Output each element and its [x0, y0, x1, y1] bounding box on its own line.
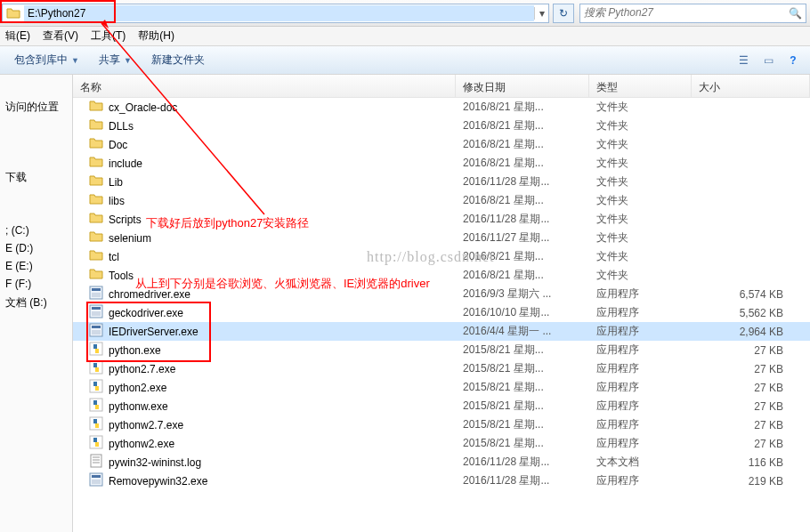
file-row[interactable]: python2.exe2015/8/21 星期...应用程序27 KB	[73, 378, 810, 397]
file-row[interactable]: pythonw2.7.exe2015/8/21 星期...应用程序27 KB	[73, 415, 810, 434]
column-date[interactable]: 修改日期	[456, 75, 589, 97]
file-name: DLLs	[109, 120, 134, 133]
py-icon	[89, 398, 103, 415]
toolbar-share[interactable]: 共享▼	[92, 49, 139, 71]
py-icon	[89, 379, 103, 396]
file-row[interactable]: python2.7.exe2015/8/21 星期...应用程序27 KB	[73, 359, 810, 378]
file-size	[692, 162, 810, 165]
file-type: 文件夹	[589, 98, 692, 117]
refresh-button[interactable]: ↻	[553, 4, 574, 23]
file-type: 应用程序	[589, 415, 692, 434]
file-row[interactable]: DLLs2016/8/21 星期...文件夹	[73, 117, 810, 135]
file-row[interactable]: Lib2016/11/28 星期...文件夹	[73, 173, 810, 191]
address-bar: E:\Python27 ▾ ↻ 搜索 Python27 🔍	[0, 0, 810, 27]
file-date: 2015/8/21 星期...	[456, 341, 589, 359]
menu-bar: 辑(E) 查看(V) 工具(T) 帮助(H)	[0, 27, 810, 46]
file-date: 2016/11/28 星期...	[456, 472, 589, 490]
folder-icon	[89, 99, 103, 116]
file-date: 2015/8/21 星期...	[456, 359, 589, 378]
path-input[interactable]: E:\Python27 ▾	[2, 4, 549, 23]
exe-icon	[89, 286, 103, 302]
file-name: Doc	[109, 139, 127, 151]
file-name: pythonw2.exe	[109, 438, 174, 450]
sidebar-item[interactable]: E (E:)	[4, 258, 69, 274]
file-size: 27 KB	[692, 380, 810, 396]
column-type[interactable]: 类型	[589, 75, 692, 97]
file-row[interactable]: Scripts2016/11/28 星期...文件夹	[73, 210, 810, 229]
file-row[interactable]: chromedriver.exe2016/9/3 星期六 ...应用程序6,57…	[73, 285, 810, 303]
navigation-sidebar: 访问的位置下载; (C:)E (D:)E (E:)F (F:)文档 (B:)	[0, 75, 73, 532]
exe-icon	[89, 472, 103, 489]
py-icon	[89, 360, 103, 377]
folder-icon	[89, 192, 103, 209]
file-type: 应用程序	[589, 434, 692, 453]
menu-edit[interactable]: 辑(E)	[5, 28, 30, 44]
file-size: 27 KB	[692, 343, 810, 359]
folder-icon	[89, 117, 103, 134]
file-type: 文件夹	[589, 247, 692, 266]
menu-view[interactable]: 查看(V)	[43, 28, 78, 44]
preview-pane-button[interactable]: ▭	[758, 51, 778, 70]
file-size	[692, 125, 810, 128]
file-row[interactable]: Doc2016/8/21 星期...文件夹	[73, 135, 810, 154]
file-name: include	[109, 157, 142, 170]
file-name: pythonw.exe	[109, 400, 168, 413]
file-name: pythonw2.7.exe	[109, 419, 183, 431]
file-row[interactable]: Removepywin32.exe2016/11/28 星期...应用程序219…	[73, 472, 810, 490]
menu-tools[interactable]: 工具(T)	[91, 28, 126, 44]
file-row[interactable]: pywin32-wininst.log2016/11/28 星期...文本文档1…	[73, 453, 810, 472]
path-dropdown[interactable]: ▾	[534, 7, 548, 20]
sidebar-item[interactable]: E (D:)	[4, 240, 69, 256]
file-row[interactable]: pythonw.exe2015/8/21 星期...应用程序27 KB	[73, 397, 810, 415]
file-name: Scripts	[109, 214, 142, 226]
file-date: 2016/4/4 星期一 ...	[456, 322, 589, 341]
sidebar-item[interactable]: 文档 (B:)	[4, 294, 69, 312]
file-rows: cx_Oracle-doc2016/8/21 星期...文件夹DLLs2016/…	[73, 98, 810, 490]
column-name[interactable]: 名称	[73, 75, 456, 97]
sidebar-item[interactable]: 访问的位置	[4, 98, 69, 117]
file-type: 文本文档	[589, 453, 692, 472]
file-size: 5,562 KB	[692, 305, 810, 321]
file-row[interactable]: Tools2016/8/21 星期...文件夹	[73, 266, 810, 285]
help-button[interactable]: ?	[783, 51, 803, 70]
file-date: 2016/8/21 星期...	[456, 266, 589, 285]
toolbar-new-folder[interactable]: 新建文件夹	[144, 49, 212, 71]
folder-icon	[89, 211, 103, 228]
file-row[interactable]: libs2016/8/21 星期...文件夹	[73, 191, 810, 210]
file-row[interactable]: include2016/8/21 星期...文件夹	[73, 154, 810, 173]
file-row[interactable]: pythonw2.exe2015/8/21 星期...应用程序27 KB	[73, 434, 810, 453]
file-date: 2016/10/10 星期...	[456, 303, 589, 322]
file-row[interactable]: cx_Oracle-doc2016/8/21 星期...文件夹	[73, 98, 810, 117]
file-row[interactable]: python.exe2015/8/21 星期...应用程序27 KB	[73, 341, 810, 359]
sidebar-item[interactable]: 下载	[4, 168, 69, 187]
toolbar-include-library[interactable]: 包含到库中▼	[7, 49, 86, 71]
file-row[interactable]: selenium2016/11/27 星期...文件夹	[73, 229, 810, 247]
file-row[interactable]: IEDriverServer.exe2016/4/4 星期一 ...应用程序2,…	[73, 322, 810, 341]
menu-help[interactable]: 帮助(H)	[138, 28, 174, 44]
sidebar-item[interactable]: F (F:)	[4, 276, 69, 292]
file-size: 116 KB	[692, 455, 810, 471]
sidebar-item[interactable]: ; (C:)	[4, 222, 69, 238]
search-input[interactable]: 搜索 Python27 🔍	[579, 4, 806, 23]
view-options-button[interactable]: ☰	[733, 51, 753, 70]
file-type: 应用程序	[589, 303, 692, 322]
file-size: 219 KB	[692, 473, 810, 489]
file-size: 6,574 KB	[692, 286, 810, 302]
file-size	[692, 255, 810, 259]
file-type: 应用程序	[589, 285, 692, 303]
file-list-pane: 名称 修改日期 类型 大小 cx_Oracle-doc2016/8/21 星期.…	[73, 75, 810, 532]
file-type: 文件夹	[589, 154, 692, 173]
path-text[interactable]: E:\Python27	[24, 5, 534, 21]
py-icon	[89, 435, 103, 452]
file-date: 2016/8/21 星期...	[456, 117, 589, 135]
file-row[interactable]: tcl2016/8/21 星期...文件夹	[73, 247, 810, 266]
file-name: Removepywin32.exe	[109, 475, 207, 488]
file-type: 文件夹	[589, 266, 692, 285]
file-row[interactable]: geckodriver.exe2016/10/10 星期...应用程序5,562…	[73, 303, 810, 322]
file-type: 文件夹	[589, 117, 692, 135]
file-size	[692, 218, 810, 222]
column-size[interactable]: 大小	[692, 75, 810, 97]
file-date: 2016/8/21 星期...	[456, 154, 589, 173]
file-size	[692, 199, 810, 203]
file-date: 2016/11/28 星期...	[456, 453, 589, 472]
